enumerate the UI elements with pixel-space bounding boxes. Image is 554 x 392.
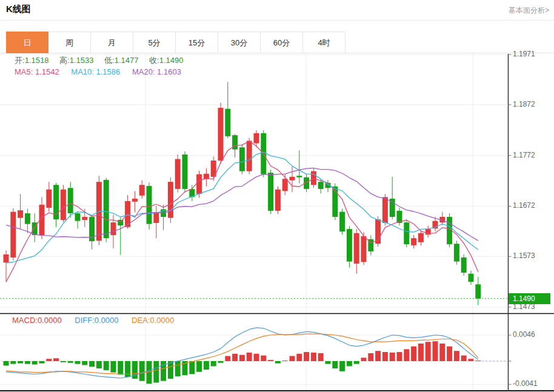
fundamental-analysis-link[interactable]: 基本面分析> [509,5,549,16]
tab-日[interactable]: 日 [6,32,48,53]
tab-5分[interactable]: 5分 [133,32,176,53]
tab-4时[interactable]: 4时 [303,32,345,53]
kline-macd-chart[interactable] [0,0,554,392]
tab-15分[interactable]: 15分 [176,32,218,53]
tab-30分[interactable]: 30分 [218,32,261,53]
tab-周[interactable]: 周 [48,32,91,53]
period-tabbar: 日周月5分15分30分60分4时 [6,32,345,53]
tab-60分[interactable]: 60分 [261,32,303,53]
tab-月[interactable]: 月 [91,32,133,53]
